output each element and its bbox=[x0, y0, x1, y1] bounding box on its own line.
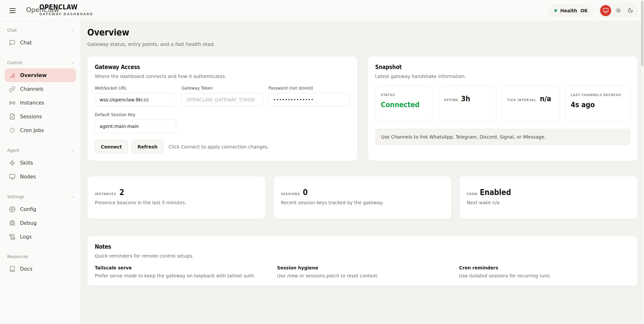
sidebar-item[interactable]: Skills bbox=[5, 156, 76, 170]
connect-button[interactable]: Connect bbox=[95, 140, 128, 153]
stat-description: Next wake n/a bbox=[467, 200, 630, 205]
snapshot-tile-label: Uptime bbox=[444, 98, 458, 103]
note-item: Tailscale serve Prefer serve mode to kee… bbox=[95, 265, 266, 278]
scrollbar-thumb[interactable] bbox=[641, 1, 644, 66]
notes-subtitle: Quick reminders for remote control setup… bbox=[95, 253, 630, 259]
sidebar-section-label: Control bbox=[7, 60, 22, 65]
sidebar-item-label: Cron Jobs bbox=[20, 127, 44, 133]
password-input[interactable] bbox=[268, 93, 350, 106]
bug-icon bbox=[9, 220, 16, 226]
sidebar-section: Chat – Chat bbox=[5, 28, 76, 50]
theme-switcher bbox=[598, 4, 638, 17]
app-logo: OpenClaw OPENCLAW GATEWAY DASHBOARD bbox=[22, 0, 123, 21]
sidebar-section-header[interactable]: Settings – bbox=[5, 194, 76, 199]
sidebar-section-header[interactable]: Control – bbox=[5, 60, 76, 65]
stat-label: Cron bbox=[467, 192, 478, 197]
sidebar-item[interactable]: Channels bbox=[5, 82, 76, 96]
sidebar-section-label: Settings bbox=[7, 194, 24, 199]
sidebar-item-label: Skills bbox=[20, 160, 33, 166]
menu-icon bbox=[8, 7, 17, 15]
sidebar-item[interactable]: Nodes bbox=[5, 170, 76, 184]
snapshot-tile: Uptime 3h bbox=[438, 86, 496, 121]
sidebar-item[interactable]: Overview bbox=[5, 68, 76, 82]
note-item-title: Tailscale serve bbox=[95, 265, 132, 271]
snapshot-card: Snapshot Latest gateway handshake inform… bbox=[368, 56, 638, 161]
sidebar-section-label: Chat bbox=[7, 28, 17, 33]
sidebar-item[interactable]: Config bbox=[5, 202, 76, 216]
sidebar-item-label: Nodes bbox=[20, 174, 36, 180]
sidebar-item-label: Config bbox=[20, 206, 36, 212]
snapshot-subtitle: Latest gateway handshake information. bbox=[375, 74, 630, 79]
channels-note: Use Channels to link WhatsApp, Telegram,… bbox=[375, 129, 630, 145]
snapshot-tile-label: Status bbox=[381, 92, 395, 98]
gateway-token-input[interactable] bbox=[182, 93, 263, 106]
stat-card: Sessions 0 Recent session keys tracked b… bbox=[274, 176, 452, 219]
session-key-label: Default Session Key bbox=[95, 112, 176, 117]
snapshot-tile-label: Tick interval bbox=[507, 98, 536, 103]
note-item: Session hygiene Use /new or sessions.pat… bbox=[277, 265, 448, 278]
websocket-url-label: WebSocket URL bbox=[95, 86, 176, 91]
gear-icon bbox=[9, 206, 16, 213]
sidebar-item-label: Docs bbox=[20, 266, 32, 272]
note-item-description: Use isolated sessions for recurring runs… bbox=[459, 273, 630, 278]
snapshot-tile-value: 4s ago bbox=[571, 100, 595, 109]
snapshot-tile-value: n/a bbox=[540, 94, 551, 103]
app-wordmark-subtitle: GATEWAY DASHBOARD bbox=[39, 12, 93, 16]
page-subtitle: Gateway status, entry points, and a fast… bbox=[87, 41, 638, 47]
theme-button[interactable] bbox=[600, 5, 611, 16]
sidebar-item[interactable]: Instances bbox=[5, 96, 76, 110]
snapshot-tile: Status Connected bbox=[375, 86, 433, 121]
main-content: Overview Gateway status, entry points, a… bbox=[81, 21, 644, 324]
websocket-url-input[interactable] bbox=[95, 93, 176, 106]
snapshot-tile: Tick interval n/a bbox=[502, 86, 560, 121]
note-item-title: Session hygiene bbox=[277, 265, 318, 271]
chat-bubble-icon bbox=[9, 40, 16, 46]
moon-icon bbox=[628, 8, 633, 13]
connect-hint: Click Connect to apply connection change… bbox=[168, 144, 269, 149]
sidebar-item[interactable]: Sessions bbox=[5, 110, 76, 123]
note-item-title: Cron reminders bbox=[459, 265, 498, 271]
session-key-input[interactable] bbox=[95, 119, 176, 133]
sidebar-section-header[interactable]: Chat – bbox=[5, 28, 76, 33]
health-dot-icon bbox=[554, 9, 557, 12]
sidebar-item[interactable]: Cron Jobs bbox=[5, 123, 76, 137]
snapshot-title: Snapshot bbox=[375, 64, 402, 71]
gateway-access-title: Gateway Access bbox=[95, 64, 140, 71]
collapse-icon: – bbox=[71, 28, 74, 33]
sidebar-section-label: Agent bbox=[7, 148, 19, 153]
health-status-badge: Health OK bbox=[549, 5, 593, 16]
vertical-scrollbar[interactable] bbox=[640, 0, 644, 324]
sidebar-item[interactable]: Logs bbox=[5, 230, 76, 244]
sidebar: Chat – Chat Control – bbox=[0, 21, 81, 324]
sidebar-item[interactable]: Chat bbox=[5, 36, 76, 50]
sidebar-item-label: Instances bbox=[20, 100, 44, 106]
app-wordmark: OPENCLAW bbox=[39, 3, 78, 11]
gateway-token-label: Gateway Token bbox=[182, 86, 263, 91]
sidebar-section-label: Resources bbox=[7, 254, 28, 259]
health-label: Health bbox=[560, 8, 577, 13]
snapshot-tile-label: Last channels refresh bbox=[571, 92, 621, 98]
sidebar-item[interactable]: Debug bbox=[5, 216, 76, 230]
notes-title: Notes bbox=[95, 243, 111, 250]
sidebar-section: Agent – Skills Nodes bbox=[5, 148, 76, 184]
sidebar-section-header[interactable]: Resources bbox=[5, 254, 76, 259]
theme-button[interactable] bbox=[613, 6, 623, 16]
notes-card: Notes Quick reminders for remote control… bbox=[87, 236, 638, 286]
file-text-icon bbox=[9, 113, 16, 120]
note-item-description: Prefer serve mode to keep the gateway on… bbox=[95, 273, 266, 278]
health-value: OK bbox=[580, 8, 588, 13]
collapse-icon: – bbox=[71, 60, 74, 65]
note-item: Cron reminders Use isolated sessions for… bbox=[459, 265, 630, 278]
note-item-description: Use /new or sessions.patch to reset cont… bbox=[277, 273, 448, 278]
bar-chart-icon bbox=[9, 72, 16, 78]
stat-label: Sessions bbox=[281, 192, 300, 197]
sidebar-section-header[interactable]: Agent – bbox=[5, 148, 76, 153]
loader-icon bbox=[9, 127, 16, 133]
top-bar: OpenClaw OPENCLAW GATEWAY DASHBOARD Heal… bbox=[0, 0, 644, 21]
stat-value: Enabled bbox=[480, 188, 511, 197]
menu-button[interactable] bbox=[6, 4, 19, 17]
sidebar-item[interactable]: Docs bbox=[5, 262, 76, 276]
theme-button[interactable] bbox=[625, 6, 635, 16]
refresh-button[interactable]: Refresh bbox=[132, 140, 164, 153]
stat-description: Presence beacons in the last 5 minutes. bbox=[95, 200, 258, 205]
